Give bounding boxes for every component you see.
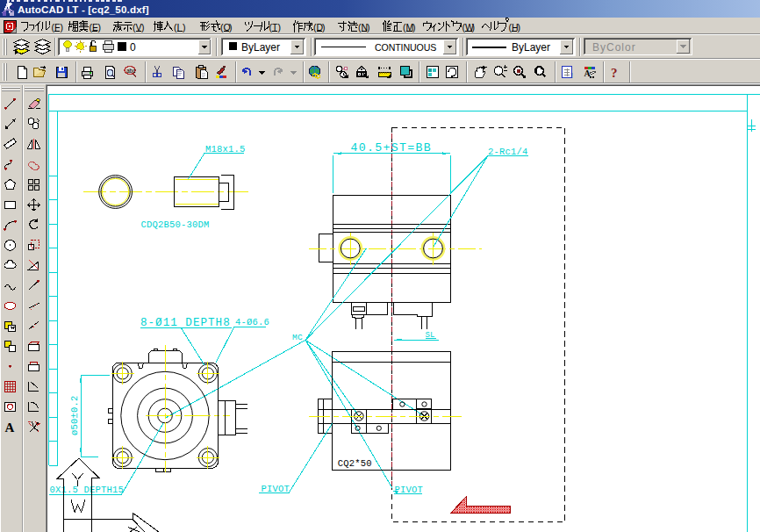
svg-text:M18x1.5: M18x1.5 — [205, 144, 246, 155]
svg-text:I: I — [177, 22, 180, 32]
svg-text:ByLayer: ByLayer — [512, 41, 550, 54]
svg-text:ByLayer: ByLayer — [241, 41, 280, 54]
svg-text:PIVOT: PIVOT — [262, 484, 290, 494]
svg-text:2-Rc1/4: 2-Rc1/4 — [488, 147, 528, 157]
svg-text:abc: abc — [126, 68, 136, 74]
svg-text:?: ? — [611, 66, 618, 80]
svg-text:): ) — [97, 22, 101, 32]
svg-text:MC: MC — [292, 333, 303, 342]
svg-text:AutoCAD LT - [cq2_50.dxf]: AutoCAD LT - [cq2_50.dxf] — [18, 4, 149, 15]
svg-text:): ) — [472, 22, 476, 32]
svg-text:!: ! — [570, 71, 573, 80]
svg-text:A: A — [5, 421, 15, 435]
svg-text:0: 0 — [130, 41, 136, 54]
svg-text:CQ2*50: CQ2*50 — [338, 458, 372, 469]
svg-text:): ) — [141, 22, 145, 32]
svg-text:): ) — [322, 22, 326, 32]
svg-text:CDQ2B50-30DM: CDQ2B50-30DM — [141, 219, 210, 230]
svg-text:): ) — [412, 22, 416, 32]
svg-text:): ) — [367, 22, 370, 32]
svg-text:): ) — [277, 22, 281, 32]
svg-text:ByColor: ByColor — [592, 41, 636, 54]
svg-text:): ) — [229, 22, 233, 32]
svg-text:8-Ø11 DEPTH8: 8-Ø11 DEPTH8 — [140, 317, 231, 329]
svg-text:4-Ø6.6: 4-Ø6.6 — [235, 317, 269, 327]
svg-text:0X1.5 DEPTH15: 0X1.5 DEPTH15 — [49, 485, 124, 495]
svg-text:CONTINUOUS: CONTINUOUS — [375, 42, 436, 53]
svg-text:): ) — [517, 22, 520, 32]
svg-text:ø50±0.2: ø50±0.2 — [69, 395, 80, 435]
svg-text:40.5+ST=BB: 40.5+ST=BB — [351, 141, 433, 155]
svg-text:PIVOT: PIVOT — [395, 485, 424, 495]
svg-text:): ) — [60, 22, 63, 32]
svg-text:): ) — [183, 22, 186, 32]
